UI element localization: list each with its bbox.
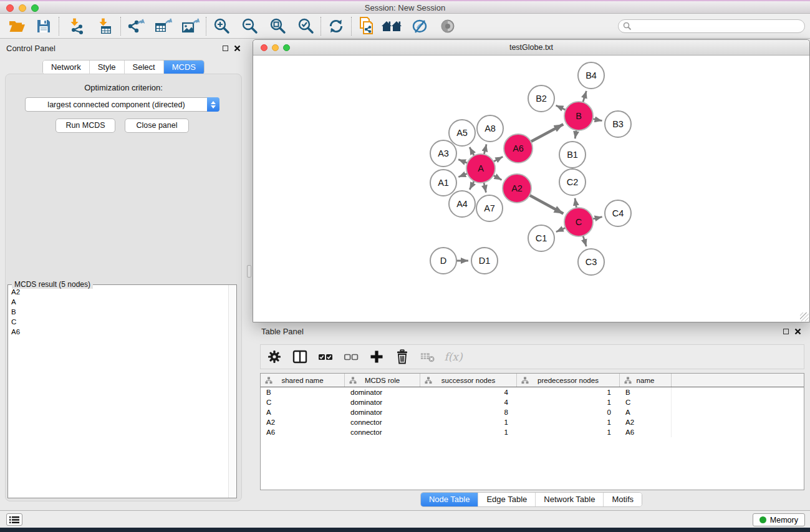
zoom-fit-icon[interactable] bbox=[268, 17, 287, 36]
graph-node-B4[interactable]: B4 bbox=[578, 62, 604, 89]
column-header-shared-name[interactable]: shared name bbox=[261, 374, 345, 387]
graph-node-C4[interactable]: C4 bbox=[605, 200, 631, 226]
graph-node-C1[interactable]: C1 bbox=[528, 225, 554, 251]
close-panel-button[interactable]: Close panel bbox=[125, 118, 189, 133]
tab-node-table[interactable]: Node Table bbox=[421, 493, 479, 506]
graph-node-C[interactable]: C bbox=[564, 208, 593, 236]
export-network-icon[interactable] bbox=[127, 17, 145, 36]
table-cell[interactable]: dominator bbox=[345, 387, 420, 397]
graph-node-A7[interactable]: A7 bbox=[476, 195, 503, 221]
table-cell[interactable]: connector bbox=[345, 427, 420, 437]
panel-splitter-handle[interactable] bbox=[247, 265, 251, 278]
graph-node-B1[interactable]: B1 bbox=[559, 142, 586, 168]
deselect-all-checks-icon[interactable] bbox=[344, 349, 359, 364]
graph-node-B[interactable]: B bbox=[564, 102, 593, 130]
zoom-in-icon[interactable] bbox=[212, 17, 231, 36]
open-session-icon[interactable] bbox=[7, 17, 26, 36]
tab-network[interactable]: Network bbox=[43, 60, 90, 74]
column-header-successor-nodes[interactable]: successor nodes bbox=[420, 374, 517, 387]
export-image-icon[interactable] bbox=[181, 17, 200, 36]
add-column-icon[interactable] bbox=[369, 349, 384, 364]
eye-icon[interactable] bbox=[438, 17, 457, 36]
import-network-icon[interactable] bbox=[67, 17, 86, 36]
graph-node-A2[interactable]: A2 bbox=[503, 174, 531, 203]
table-row[interactable]: Adominator80A bbox=[261, 407, 804, 417]
tab-select[interactable]: Select bbox=[125, 60, 164, 74]
table-row[interactable]: A2connector11A2 bbox=[261, 417, 804, 427]
table-cell[interactable]: A2 bbox=[620, 417, 672, 427]
table-cell[interactable]: A bbox=[620, 407, 672, 417]
graph-node-A[interactable]: A bbox=[466, 154, 495, 183]
zoom-selected-icon[interactable] bbox=[296, 17, 315, 36]
table-row[interactable]: Cdominator41C bbox=[261, 397, 804, 407]
zoom-out-icon[interactable] bbox=[240, 17, 259, 36]
network-canvas[interactable]: B4B2BB3A8A5A6A3B1AC2A1A2A4A7C4CC1DD1C3 bbox=[253, 56, 809, 322]
clone-network-icon[interactable] bbox=[357, 17, 376, 36]
memory-button[interactable]: Memory bbox=[753, 513, 805, 526]
show-columns-icon[interactable] bbox=[292, 349, 307, 364]
search-input[interactable] bbox=[618, 19, 805, 33]
table-cell[interactable]: 0 bbox=[517, 407, 620, 417]
column-header-MCDS-role[interactable]: MCDS role bbox=[345, 374, 420, 387]
toggle-graphics-details-icon[interactable] bbox=[411, 17, 430, 36]
table-cell[interactable]: C bbox=[620, 397, 672, 407]
float-panel-icon[interactable] bbox=[223, 46, 228, 51]
column-header-name[interactable]: name bbox=[620, 374, 672, 387]
graph-node-A8[interactable]: A8 bbox=[477, 115, 503, 142]
table-cell[interactable]: A6 bbox=[261, 427, 345, 437]
table-row[interactable]: A6connector11A6 bbox=[261, 427, 804, 437]
save-session-icon[interactable] bbox=[34, 17, 53, 36]
graph-node-A5[interactable]: A5 bbox=[449, 120, 475, 146]
tab-style[interactable]: Style bbox=[90, 60, 125, 74]
close-panel-icon[interactable] bbox=[234, 45, 241, 52]
mcds-result-item[interactable]: A6 bbox=[9, 327, 228, 337]
tab-network-table[interactable]: Network Table bbox=[536, 493, 604, 506]
table-cell[interactable]: A2 bbox=[261, 417, 345, 427]
mcds-result-item[interactable]: A bbox=[9, 297, 228, 307]
table-cell[interactable]: 1 bbox=[420, 427, 517, 437]
table-cell[interactable]: 4 bbox=[420, 397, 517, 407]
tab-motifs[interactable]: Motifs bbox=[604, 493, 642, 506]
task-history-button[interactable] bbox=[6, 513, 22, 526]
table-cell[interactable]: B bbox=[620, 387, 672, 397]
table-cell[interactable]: C bbox=[261, 397, 345, 407]
result-scrollbar[interactable] bbox=[228, 285, 236, 498]
graph-node-D1[interactable]: D1 bbox=[471, 248, 498, 274]
graph-node-A1[interactable]: A1 bbox=[430, 170, 456, 196]
criterion-select[interactable]: largest connected component (directed) bbox=[25, 97, 219, 112]
graph-node-C3[interactable]: C3 bbox=[578, 249, 604, 275]
mcds-result-item[interactable]: C bbox=[9, 317, 228, 327]
table-cell[interactable]: A6 bbox=[620, 427, 672, 437]
select-all-checks-icon[interactable] bbox=[318, 349, 333, 364]
graph-node-B2[interactable]: B2 bbox=[528, 85, 554, 112]
tab-mcds[interactable]: MCDS bbox=[164, 60, 204, 74]
delete-column-trash-icon[interactable] bbox=[395, 349, 410, 364]
table-cell[interactable]: 1 bbox=[517, 427, 620, 437]
table-cell[interactable]: dominator bbox=[345, 397, 420, 407]
table-cell[interactable]: dominator bbox=[345, 407, 420, 417]
mcds-result-item[interactable]: A2 bbox=[9, 287, 228, 297]
graph-node-C2[interactable]: C2 bbox=[559, 169, 586, 195]
mcds-result-item[interactable]: B bbox=[9, 307, 228, 317]
apply-layout-refresh-icon[interactable] bbox=[327, 17, 345, 36]
home-view-icon[interactable] bbox=[381, 17, 403, 36]
export-table-icon[interactable] bbox=[154, 17, 173, 36]
tab-edge-table[interactable]: Edge Table bbox=[478, 493, 536, 506]
import-table-icon[interactable] bbox=[96, 17, 115, 36]
graph-node-A3[interactable]: A3 bbox=[430, 140, 456, 167]
graph-node-A4[interactable]: A4 bbox=[449, 191, 475, 217]
table-cell[interactable]: 1 bbox=[517, 417, 620, 427]
table-cell[interactable]: connector bbox=[345, 417, 420, 427]
float-table-panel-icon[interactable] bbox=[783, 329, 789, 334]
table-cell[interactable]: 4 bbox=[420, 387, 517, 397]
table-cell[interactable]: 8 bbox=[420, 407, 517, 417]
node-table[interactable]: shared nameMCDS rolesuccessor nodesprede… bbox=[260, 373, 804, 490]
network-window-titlebar[interactable]: testGlobe.txt bbox=[253, 40, 809, 56]
table-cell[interactable]: A bbox=[261, 407, 345, 417]
table-cell[interactable]: 1 bbox=[517, 387, 620, 397]
column-header-predecessor-nodes[interactable]: predecessor nodes bbox=[517, 374, 620, 387]
window-resize-grip[interactable] bbox=[800, 312, 809, 321]
table-settings-gear-icon[interactable] bbox=[267, 349, 282, 364]
table-row[interactable]: Bdominator41B bbox=[261, 387, 804, 397]
graph-node-B3[interactable]: B3 bbox=[605, 111, 631, 137]
